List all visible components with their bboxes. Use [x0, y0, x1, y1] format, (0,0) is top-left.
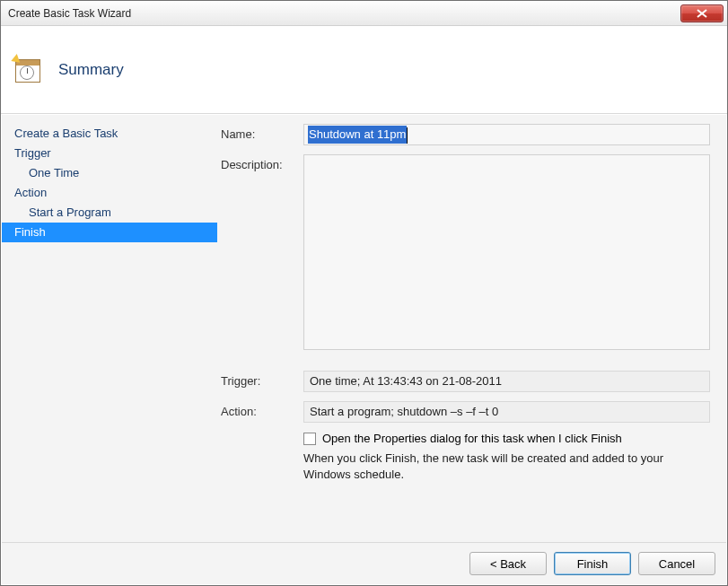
- wizard-step-item[interactable]: Start a Program: [2, 203, 217, 223]
- wizard-step-item[interactable]: Create a Basic Task: [2, 124, 217, 144]
- trigger-label: Trigger:: [221, 371, 303, 388]
- wizard-header: Summary: [1, 26, 727, 114]
- wizard-step-item[interactable]: Action: [2, 183, 217, 203]
- back-button[interactable]: < Back: [469, 552, 547, 575]
- content-area: Create a Basic TaskTriggerOne TimeAction…: [2, 115, 726, 542]
- window-title: Create Basic Task Wizard: [8, 7, 131, 20]
- finish-button[interactable]: Finish: [554, 552, 631, 575]
- open-properties-checkbox[interactable]: [303, 433, 316, 445]
- description-label: Description:: [221, 154, 303, 171]
- text-caret: [407, 127, 408, 144]
- task-scheduler-icon: [13, 56, 42, 84]
- trigger-value: One time; At 13:43:43 on 21-08-2011: [303, 371, 710, 392]
- titlebar: Create Basic Task Wizard: [1, 1, 727, 26]
- finish-info-text: When you click Finish, the new task will…: [303, 450, 710, 482]
- wizard-step-item[interactable]: One Time: [2, 163, 217, 183]
- name-input[interactable]: Shutdown at 11pm: [303, 124, 710, 145]
- wizard-window: Create Basic Task Wizard Summary Create …: [0, 0, 728, 586]
- name-input-selection: Shutdown at 11pm: [308, 126, 407, 144]
- close-icon: [697, 9, 707, 18]
- wizard-body: Create a Basic TaskTriggerOne TimeAction…: [2, 115, 726, 584]
- close-button[interactable]: [680, 4, 724, 22]
- header-title: Summary: [58, 61, 124, 79]
- cancel-button[interactable]: Cancel: [638, 552, 715, 575]
- description-input[interactable]: [303, 154, 710, 350]
- wizard-step-item[interactable]: Finish: [2, 223, 217, 242]
- action-label: Action:: [221, 401, 303, 418]
- open-properties-label[interactable]: Open the Properties dialog for this task…: [322, 432, 622, 445]
- main-panel: Name: Shutdown at 11pm Description: Trig…: [217, 115, 726, 542]
- name-label: Name:: [221, 124, 303, 141]
- wizard-step-item[interactable]: Trigger: [2, 144, 217, 163]
- wizard-steps-sidebar: Create a Basic TaskTriggerOne TimeAction…: [2, 115, 217, 542]
- wizard-footer: < Back Finish Cancel: [2, 542, 726, 584]
- action-value: Start a program; shutdown –s –f –t 0: [303, 401, 710, 423]
